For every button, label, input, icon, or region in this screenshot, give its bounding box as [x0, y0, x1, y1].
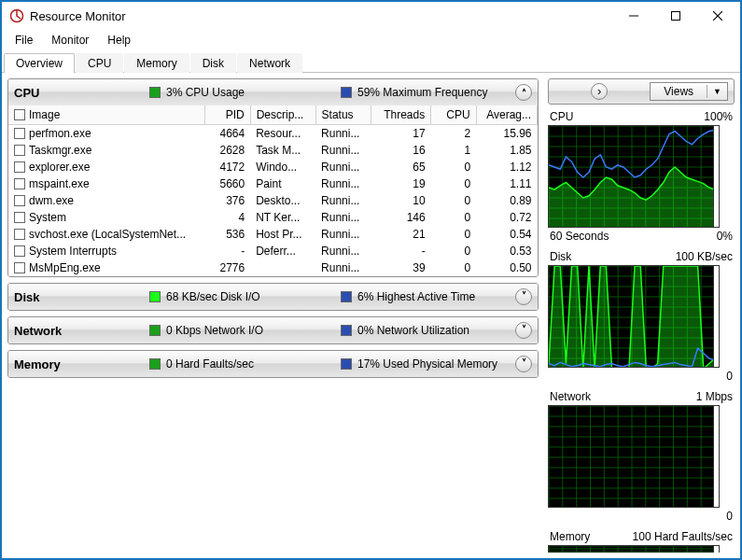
section-network: Network 0 Kbps Network I/O 0% Network Ut…	[7, 316, 539, 344]
maximize-button[interactable]	[654, 3, 696, 29]
net-util-swatch	[341, 325, 352, 336]
cpu-freq-swatch	[341, 87, 352, 98]
tab-strip: Overview CPU Memory Disk Network	[2, 50, 740, 73]
chevron-right-icon[interactable]	[591, 83, 608, 100]
tab-overview[interactable]: Overview	[4, 53, 75, 73]
views-bar: Views ▼	[548, 78, 735, 105]
minimize-button[interactable]	[612, 3, 654, 29]
col-header-threads[interactable]: Threads	[371, 105, 431, 125]
table-row[interactable]: explorer.exe4172Windo...Runni...6501.12	[8, 159, 538, 175]
net-util-label: 0% Network Utilization	[357, 324, 469, 337]
graph-network	[548, 405, 714, 508]
tab-network[interactable]: Network	[237, 53, 302, 73]
section-header-memory[interactable]: Memory 0 Hard Faults/sec 17% Used Physic…	[8, 351, 538, 377]
row-checkbox[interactable]	[14, 262, 25, 273]
cpu-usage-swatch	[149, 87, 161, 98]
row-checkbox[interactable]	[14, 195, 25, 206]
graph-net-top: 1 Mbps	[696, 390, 733, 403]
col-header-status[interactable]: Status	[315, 105, 371, 125]
graph-cpu	[548, 125, 714, 228]
graph-cpu-botright: 0%	[717, 230, 733, 243]
table-row[interactable]: Taskmgr.exe2628Task M...Runni...1611.85	[8, 142, 538, 159]
header-checkbox[interactable]	[14, 109, 25, 120]
table-row[interactable]: dwm.exe376Deskto...Runni...1000.89	[8, 192, 538, 209]
tab-cpu[interactable]: CPU	[76, 53, 123, 73]
section-header-cpu[interactable]: CPU 3% CPU Usage 59% Maximum Frequency	[8, 79, 538, 105]
graph-network-block: Network 1 Mbps 0	[548, 390, 735, 523]
net-io-label: 0 Kbps Network I/O	[166, 324, 263, 337]
table-row[interactable]: MsMpEng.exe2776Runni...3900.50	[8, 259, 538, 276]
graph-disk-top: 100 KB/sec	[676, 250, 733, 263]
table-row[interactable]: System Interrupts-Deferr...Runni...-00.5…	[8, 243, 538, 259]
window-title: Resource Monitor	[30, 9, 126, 23]
mem-faults-label: 0 Hard Faults/sec	[166, 357, 254, 371]
graph-cpu-title: CPU	[550, 110, 573, 123]
graph-disk-title: Disk	[550, 250, 571, 263]
section-title-network: Network	[14, 324, 149, 338]
col-header-cpu[interactable]: CPU	[431, 105, 476, 125]
disk-io-label: 68 KB/sec Disk I/O	[166, 290, 260, 303]
graph-net-botright: 0	[726, 510, 733, 523]
mem-used-label: 17% Used Physical Memory	[357, 357, 497, 371]
row-checkbox[interactable]	[14, 128, 25, 139]
chevron-down-icon[interactable]	[515, 322, 532, 339]
section-header-network[interactable]: Network 0 Kbps Network I/O 0% Network Ut…	[8, 317, 538, 343]
graph-cpu-top: 100%	[704, 110, 733, 123]
section-memory: Memory 0 Hard Faults/sec 17% Used Physic…	[7, 350, 539, 378]
table-row[interactable]: mspaint.exe5660PaintRunni...1901.11	[8, 175, 538, 192]
section-title-disk: Disk	[14, 290, 149, 304]
disk-active-label: 6% Highest Active Time	[357, 290, 475, 303]
row-checkbox[interactable]	[14, 178, 25, 189]
graph-mem-title: Memory	[550, 530, 590, 543]
graph-disk-botright: 0	[726, 370, 733, 383]
graph-memory	[548, 545, 714, 553]
app-icon	[9, 8, 24, 23]
process-table: Image PID Descrip... Status Threads CPU …	[8, 105, 538, 276]
section-title-cpu: CPU	[14, 86, 149, 100]
col-header-description[interactable]: Descrip...	[250, 105, 315, 125]
section-disk: Disk 68 KB/sec Disk I/O 6% Highest Activ…	[7, 283, 539, 311]
row-checkbox[interactable]	[14, 161, 25, 173]
tab-disk[interactable]: Disk	[190, 53, 236, 73]
row-checkbox[interactable]	[14, 145, 25, 156]
menu-monitor[interactable]: Monitor	[42, 32, 98, 49]
section-title-memory: Memory	[14, 357, 149, 371]
views-button[interactable]: Views ▼	[650, 82, 728, 101]
right-scroll-area[interactable]: Views ▼ CPU 100% 60 Seconds	[548, 78, 740, 553]
graph-disk	[548, 265, 714, 368]
graph-disk-block: Disk 100 KB/sec 0	[548, 250, 735, 383]
menu-file[interactable]: File	[6, 32, 42, 49]
row-checkbox[interactable]	[14, 229, 25, 240]
row-checkbox[interactable]	[14, 245, 25, 257]
chevron-down-icon[interactable]	[515, 288, 532, 305]
close-button[interactable]	[696, 3, 738, 29]
disk-io-swatch	[149, 291, 161, 302]
graph-mem-top: 100 Hard Faults/sec	[633, 530, 733, 543]
menu-bar: File Monitor Help	[2, 30, 740, 50]
cpu-usage-label: 3% CPU Usage	[166, 86, 245, 99]
chevron-up-icon[interactable]	[515, 84, 532, 101]
graph-net-title: Network	[550, 390, 591, 403]
chevron-down-icon[interactable]	[515, 356, 532, 372]
table-row[interactable]: perfmon.exe4664Resour...Runni...17215.96	[8, 125, 538, 143]
title-bar: Resource Monitor	[2, 2, 740, 30]
col-header-image[interactable]: Image	[8, 105, 205, 125]
svg-rect-2	[671, 12, 679, 21]
menu-help[interactable]: Help	[98, 32, 140, 49]
dropdown-icon[interactable]: ▼	[707, 87, 727, 96]
section-header-disk[interactable]: Disk 68 KB/sec Disk I/O 6% Highest Activ…	[8, 284, 538, 310]
net-io-swatch	[149, 325, 161, 336]
graph-cpu-block: CPU 100% 60 Seconds 0%	[548, 110, 735, 243]
tab-memory[interactable]: Memory	[124, 53, 189, 73]
row-checkbox[interactable]	[14, 212, 25, 223]
disk-active-swatch	[341, 291, 352, 302]
graph-cpu-botleft: 60 Seconds	[550, 230, 609, 243]
mem-faults-swatch	[149, 358, 161, 370]
col-header-pid[interactable]: PID	[205, 105, 250, 125]
left-scroll-area[interactable]: CPU 3% CPU Usage 59% Maximum Frequency	[7, 78, 544, 553]
cpu-freq-label: 59% Maximum Frequency	[357, 86, 487, 99]
mem-used-swatch	[341, 358, 352, 370]
table-row[interactable]: svchost.exe (LocalSystemNet...536Host Pr…	[8, 226, 538, 243]
table-row[interactable]: System4NT Ker...Runni...14600.72	[8, 209, 538, 226]
col-header-average[interactable]: Averag...	[476, 105, 537, 125]
